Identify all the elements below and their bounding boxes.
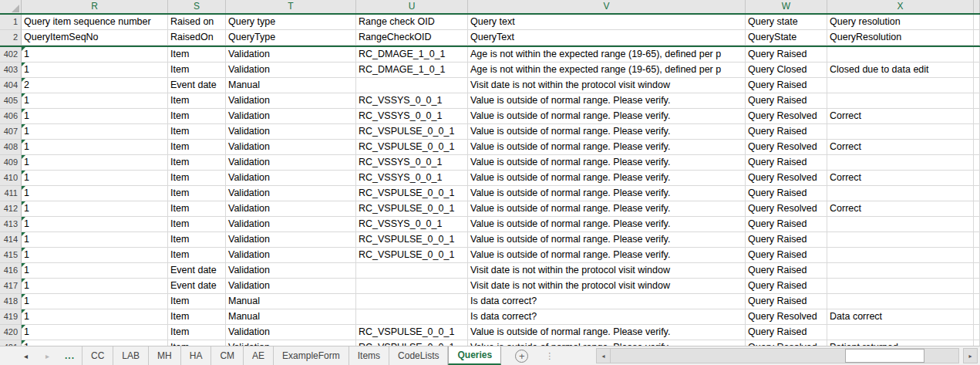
cell[interactable]: Visit date is not within the protocol vi…	[468, 263, 746, 279]
cell[interactable]: Query item sequence number	[22, 15, 168, 30]
cell[interactable]: Value is outside of normal range. Please…	[468, 232, 746, 248]
cell[interactable]: Item	[168, 309, 226, 325]
sheet-tab-items[interactable]: Items	[349, 346, 389, 365]
sheet-tab-cc[interactable]: CC	[83, 346, 113, 365]
cell[interactable]: QueryType	[226, 30, 356, 46]
cell[interactable]	[974, 78, 980, 93]
cell[interactable]: Item	[168, 217, 226, 232]
cell[interactable]: 1	[22, 325, 168, 340]
cell[interactable]: Validation	[226, 63, 356, 78]
cell[interactable]: 1	[22, 155, 168, 171]
cell[interactable]: Validation	[226, 47, 356, 63]
column-header-x[interactable]: X	[827, 0, 974, 13]
cell[interactable]: RC_DMAGE_1_0_1	[356, 47, 468, 63]
cell[interactable]: QueryItemSeqNo	[22, 30, 168, 46]
column-header-t[interactable]: T	[226, 0, 356, 13]
cell[interactable]: RaisedOn	[168, 30, 226, 46]
column-header-r[interactable]: R	[22, 0, 168, 13]
cell[interactable]: Age is not within the expected range (19…	[468, 47, 746, 63]
cell[interactable]: 1	[22, 171, 168, 186]
cell[interactable]: Query Raised	[746, 124, 827, 140]
cell[interactable]: Event date	[168, 263, 226, 279]
cell[interactable]: Item	[168, 294, 226, 309]
cell[interactable]: Event date	[168, 78, 226, 93]
cell[interactable]: RC_VSSYS_0_0_1	[356, 109, 468, 124]
column-header-s[interactable]: S	[168, 0, 226, 13]
cell[interactable]	[974, 294, 980, 309]
cell[interactable]: RC_VSPULSE_0_0_1	[356, 124, 468, 140]
cell[interactable]: Data correct	[827, 309, 974, 325]
cell[interactable]	[974, 279, 980, 294]
cell[interactable]: Validation	[226, 93, 356, 109]
cell[interactable]: Item	[168, 124, 226, 140]
cell[interactable]	[827, 124, 974, 140]
cell[interactable]	[974, 15, 980, 30]
cell[interactable]: RC_VSPULSE_0_0_1	[356, 201, 468, 217]
cell[interactable]: Query Resolved	[746, 140, 827, 155]
cell[interactable]	[974, 93, 980, 109]
cell[interactable]: Query Raised	[746, 232, 827, 248]
cell[interactable]: 1	[22, 47, 168, 63]
column-header-u[interactable]: U	[356, 0, 468, 13]
cell[interactable]: Query Resolved	[746, 309, 827, 325]
cell[interactable]: RC_VSPULSE_0_0_1	[356, 248, 468, 263]
row-header[interactable]: 414	[0, 232, 22, 248]
cell[interactable]: Validation	[226, 325, 356, 340]
cell[interactable]	[827, 217, 974, 232]
row-header[interactable]: 408	[0, 140, 22, 155]
cell[interactable]: Item	[168, 186, 226, 201]
cell[interactable]: Value is outside of normal range. Please…	[468, 248, 746, 263]
cell[interactable]: Query Closed	[746, 63, 827, 78]
cell[interactable]: Validation	[226, 124, 356, 140]
cell[interactable]: Item	[168, 201, 226, 217]
tab-scroll-left-icon[interactable]: ◂	[20, 346, 32, 365]
cell[interactable]: RangeCheckOID	[356, 30, 468, 46]
cell[interactable]: 1	[22, 279, 168, 294]
cell[interactable]	[974, 263, 980, 279]
cell[interactable]: Item	[168, 47, 226, 63]
row-header[interactable]: 402	[0, 47, 22, 63]
cell[interactable]: Query Raised	[746, 186, 827, 201]
cell[interactable]: 1	[22, 232, 168, 248]
row-header[interactable]: 411	[0, 186, 22, 201]
cell[interactable]: Age is not within the expected range (19…	[468, 63, 746, 78]
cell[interactable]: 1	[22, 294, 168, 309]
sheet-tab-exampleform[interactable]: ExampleForm	[274, 346, 349, 365]
cell[interactable]	[356, 78, 468, 93]
row-header[interactable]: 417	[0, 279, 22, 294]
cell[interactable]	[974, 63, 980, 78]
cell[interactable]: 1	[22, 93, 168, 109]
row-header[interactable]: 413	[0, 217, 22, 232]
cell[interactable]: Validation	[226, 248, 356, 263]
sheet-tab-ha[interactable]: HA	[181, 346, 212, 365]
tab-scroll-right-icon[interactable]: ▸	[42, 346, 53, 365]
sheet-tab-cm[interactable]: CM	[211, 346, 244, 365]
cell[interactable]: 2	[22, 78, 168, 93]
cell[interactable]: 1	[22, 309, 168, 325]
cell[interactable]: Query Raised	[746, 47, 827, 63]
cell[interactable]: Value is outside of normal range. Please…	[468, 109, 746, 124]
tabbar-resize-grip-icon[interactable]: ⋮	[545, 352, 554, 360]
cell[interactable]	[974, 109, 980, 124]
cell[interactable]: Validation	[226, 217, 356, 232]
row-header[interactable]: 412	[0, 201, 22, 217]
cell[interactable]: Validation	[226, 263, 356, 279]
cell[interactable]: 1	[22, 217, 168, 232]
cell[interactable]: Item	[168, 171, 226, 186]
cell[interactable]: Value is outside of normal range. Please…	[468, 186, 746, 201]
cell[interactable]: Correct	[827, 140, 974, 155]
cell[interactable]: Item	[168, 248, 226, 263]
cell[interactable]	[827, 279, 974, 294]
cell[interactable]	[827, 47, 974, 63]
cell[interactable]: RC_VSPULSE_0_0_1	[356, 140, 468, 155]
cell[interactable]	[974, 309, 980, 325]
cell[interactable]	[974, 217, 980, 232]
cell[interactable]	[974, 232, 980, 248]
cell[interactable]: Query Raised	[746, 78, 827, 93]
cell[interactable]: QueryText	[468, 30, 746, 46]
row-header[interactable]: 406	[0, 109, 22, 124]
cell[interactable]: Query Raised	[746, 217, 827, 232]
cell[interactable]: QueryState	[746, 30, 827, 46]
cell[interactable]: Validation	[226, 186, 356, 201]
cell[interactable]: 1	[22, 263, 168, 279]
